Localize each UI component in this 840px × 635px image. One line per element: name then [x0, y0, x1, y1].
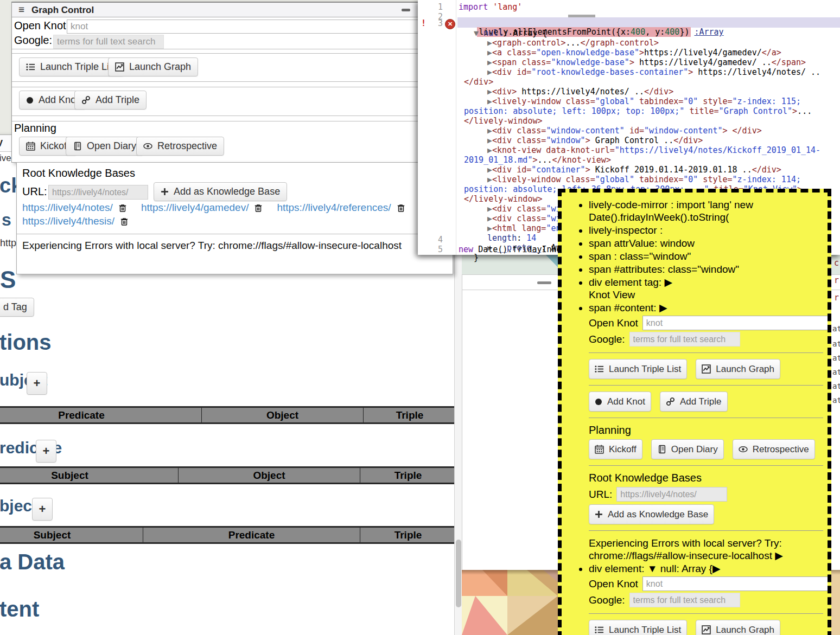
overlay-list-item[interactable]: lively-code-mirror : import 'lang' new D…: [589, 198, 823, 223]
overlay-item-text: div element: ▼ null: Array {▶: [589, 563, 721, 574]
calendar-icon: [595, 445, 604, 454]
overlay-graph-control-form: Open KnotGoogle:Launch Triple ListLaunch…: [589, 576, 823, 635]
knowledge-base-link[interactable]: https://lively4/references/: [277, 202, 391, 214]
knowledge-base-link[interactable]: https://lively4/notes/: [22, 202, 113, 214]
add-knowledge-base-button[interactable]: Add as Knowledge Base: [154, 182, 287, 201]
open-diary-button[interactable]: Open Diary: [651, 439, 724, 459]
overlay-form-row: Google:: [589, 332, 823, 347]
divider: [589, 530, 823, 531]
overlay-list-item[interactable]: div element tag: ▶Knot View: [589, 276, 823, 301]
kickoff-button[interactable]: Kickoff: [589, 439, 642, 459]
inspector-tree-line[interactable]: ▼ null: Array {: [457, 28, 838, 38]
overlay-google-label: Google:: [589, 594, 625, 606]
inspector-tree-line[interactable]: ▶<div class="window-content" id="window-…: [457, 126, 838, 136]
button-label: Retrospective: [157, 140, 217, 152]
add-predicate-button[interactable]: +: [36, 440, 56, 463]
book-icon: [657, 445, 666, 454]
inspector-tree-line[interactable]: ▶<graph-control>...</graph-control>: [457, 38, 838, 48]
evaluated-line-highlight[interactable]: lively.allElementsFromPoint({x:400, y:40…: [457, 17, 840, 28]
open-knot-input[interactable]: [642, 316, 831, 330]
add-subject-button[interactable]: +: [27, 372, 47, 395]
minimize-button[interactable]: [537, 281, 551, 284]
overlay-button-row: Launch Triple ListLaunch Graph: [589, 620, 823, 635]
inspector-tree-line[interactable]: ▶<span class="knowledge-base"> https://l…: [457, 57, 838, 67]
overlay-url-label: URL:: [589, 488, 612, 501]
bg-text-fragment: http: [0, 238, 16, 249]
add-triple-button[interactable]: Add Triple: [660, 392, 728, 412]
scrollbar[interactable]: [454, 255, 462, 635]
overlay-google-label: Google:: [589, 333, 625, 345]
open-knot-input[interactable]: [642, 576, 831, 591]
occluded-text-fragment: at: [832, 354, 840, 362]
bg-heading-fragment: tent: [0, 597, 39, 621]
trash-icon[interactable]: [397, 203, 405, 213]
add-object-button[interactable]: +: [32, 498, 53, 521]
launch-graph-button[interactable]: Launch Graph: [696, 359, 780, 379]
overlay-item-text: span #content: ▶: [589, 302, 667, 313]
divider: [589, 385, 823, 386]
eye-icon: [739, 445, 748, 454]
add-knot-button[interactable]: Add Knot: [589, 392, 651, 412]
url-input[interactable]: [48, 185, 148, 200]
inspector-tree-line[interactable]: ▶<div class="window"> Graph Control ..</…: [457, 136, 838, 145]
overlay-list-item[interactable]: span attrValue: window: [589, 237, 823, 249]
divider: [17, 234, 453, 234]
overlay-list-item[interactable]: div element: ▼ null: Array {▶Open KnotGo…: [589, 562, 823, 635]
minimize-button[interactable]: [402, 9, 410, 11]
trash-icon[interactable]: [118, 203, 127, 213]
divider: [589, 465, 823, 466]
bg-heading-fragment: tions: [0, 330, 52, 355]
planning-heading: Planning: [589, 424, 823, 437]
overlay-form-row: Open Knot: [589, 316, 823, 330]
overlay-button-row: Add KnotAdd Triple: [589, 392, 823, 412]
add-triple-button[interactable]: Add Triple: [74, 91, 147, 110]
overlay-list-item[interactable]: span #content: ▶Open KnotGoogle:Launch T…: [589, 302, 823, 562]
element-list-overlay: lively-code-mirror : import 'lang' new D…: [558, 189, 831, 635]
knowledge-base-link[interactable]: https://lively4/gamedev/: [141, 202, 249, 214]
divider: [12, 49, 418, 49]
google-search-input[interactable]: [629, 593, 740, 607]
launch-graph-button[interactable]: Launch Graph: [108, 57, 198, 76]
graph-icon: [115, 62, 124, 72]
bg-text-fragment: ive: [0, 153, 11, 164]
trash-icon[interactable]: [120, 217, 129, 226]
inspector-tree-line[interactable]: ▶<div id="root-knowledge-bases-container…: [457, 67, 838, 87]
google-search-input[interactable]: [53, 35, 164, 49]
overlay-list-item[interactable]: span : class="window": [589, 250, 823, 262]
window-menu-icon[interactable]: ≡: [18, 4, 24, 16]
overlay-item-text: div element tag: ▶: [589, 277, 672, 288]
knowledge-base-link[interactable]: https://lively4/thesis/: [22, 215, 114, 227]
open-knot-input[interactable]: [67, 20, 418, 34]
knot-icon: [26, 97, 34, 104]
retrospective-button[interactable]: Retrospective: [733, 439, 815, 459]
scrollbar-thumb[interactable]: [456, 540, 461, 607]
column-header: Object: [179, 468, 360, 483]
overlay-list-item[interactable]: span #attributes: class="window": [589, 263, 823, 275]
retrospective-button[interactable]: Retrospective: [136, 137, 224, 156]
column-header: Subject: [0, 468, 179, 483]
knot-view-title-fragment: ot V: [0, 138, 3, 149]
url-input[interactable]: [616, 487, 727, 502]
launch-triple-list-button[interactable]: Launch Triple List: [589, 620, 687, 635]
overlay-element-list: lively-code-mirror : import 'lang' new D…: [577, 198, 823, 635]
launch-graph-button[interactable]: Launch Graph: [696, 620, 780, 635]
open-diary-button[interactable]: Open Diary: [66, 137, 143, 156]
window-titlebar[interactable]: ≡ Graph Control: [12, 3, 418, 17]
add-tag-button[interactable]: d Tag: [0, 298, 34, 317]
inspector-tree-line[interactable]: ▶<lively-window class="global" tabindex=…: [457, 97, 838, 126]
plus-icon: [595, 510, 603, 518]
inspector-tree-line[interactable]: ▶<a class="open-knowledge-base">https://…: [457, 48, 838, 57]
button-label: Add Knot: [607, 395, 645, 408]
overlay-list-item[interactable]: lively-inspector :: [589, 224, 823, 236]
trash-icon[interactable]: [254, 203, 263, 213]
list-icon: [595, 365, 604, 373]
error-icon[interactable]: ✕: [445, 19, 455, 29]
inspector-tree-line[interactable]: ▶<div id="container"> Kickoff 2019.01.14…: [457, 165, 838, 175]
google-search-input[interactable]: [629, 332, 740, 347]
inspector-tree-line[interactable]: ▶<knot-view data-knot-url="https://livel…: [457, 145, 838, 165]
launch-triple-list-button[interactable]: Launch Triple List: [589, 359, 687, 379]
code-line[interactable]: import 'lang': [459, 2, 522, 12]
add-knowledge-base-button[interactable]: Add as Knowledge Base: [589, 504, 714, 524]
triples-table: SubjectPredicateTriple: [0, 526, 455, 544]
inspector-tree-line[interactable]: ▶<div> https://lively4/notes/ ..</div>: [457, 87, 838, 97]
